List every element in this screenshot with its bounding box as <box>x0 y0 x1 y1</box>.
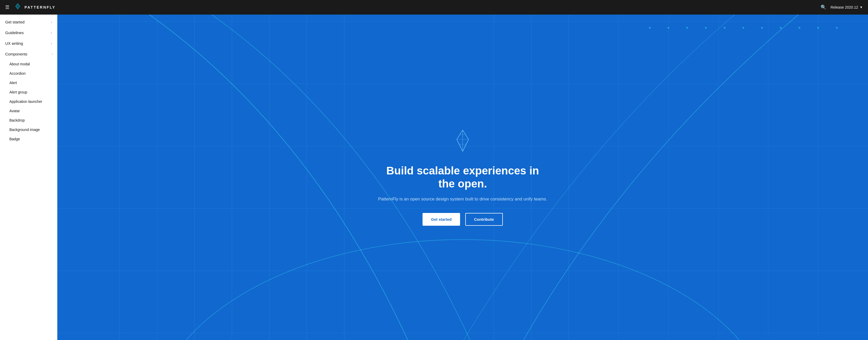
sidebar-item-label: UX writing <box>5 41 23 45</box>
sidebar-item-label: Components <box>5 52 27 56</box>
search-icon[interactable]: 🔍 <box>820 4 826 10</box>
hero-section: Build scalable experiences in the open. … <box>57 14 868 340</box>
svg-point-49 <box>798 27 800 29</box>
patternfly-logo-icon <box>13 3 22 11</box>
chevron-down-icon: ▼ <box>860 5 863 9</box>
sidebar-sub-item-accordion[interactable]: Accordion <box>0 69 57 78</box>
components-sub-items: About modal Accordion Alert Alert group … <box>0 59 57 144</box>
sidebar-sub-item-background-image[interactable]: Background image <box>0 125 57 134</box>
sidebar-sub-item-avatar[interactable]: Avatar <box>0 106 57 115</box>
svg-point-45 <box>723 27 725 29</box>
sidebar-sub-item-backdrop[interactable]: Backdrop <box>0 115 57 125</box>
svg-line-65 <box>460 130 463 135</box>
hero-logo <box>377 129 549 156</box>
svg-line-67 <box>460 144 463 151</box>
hero-title: Build scalable experiences in the open. <box>377 164 549 191</box>
svg-point-29 <box>151 239 774 340</box>
layout: Get started › Guidelines › UX writing › … <box>0 0 868 340</box>
sidebar-sub-item-application-launcher[interactable]: Application launcher <box>0 97 57 106</box>
svg-line-55 <box>457 139 463 151</box>
svg-line-63 <box>457 139 460 144</box>
hamburger-icon[interactable]: ☰ <box>5 4 9 10</box>
topnav: ☰ PATTERNFLY 🔍 Release 2020.12 ▼ <box>0 0 868 14</box>
chevron-right-icon: › <box>51 31 52 35</box>
get-started-button[interactable]: Get started <box>423 213 460 226</box>
svg-point-43 <box>686 27 688 29</box>
chevron-right-icon: › <box>51 42 52 45</box>
topnav-right: 🔍 Release 2020.12 ▼ <box>820 4 863 10</box>
svg-line-68 <box>463 144 466 151</box>
sidebar-sub-item-alert-group[interactable]: Alert group <box>0 88 57 97</box>
sidebar-sub-item-alert[interactable]: Alert <box>0 78 57 88</box>
svg-point-46 <box>742 27 744 29</box>
svg-line-56 <box>463 139 469 151</box>
sidebar-item-ux-writing[interactable]: UX writing › <box>0 38 57 49</box>
chevron-right-icon: › <box>51 20 52 24</box>
svg-line-62 <box>466 135 469 139</box>
hero-subtitle: PatternFly is an open source design syst… <box>377 196 549 203</box>
sidebar-item-label: Guidelines <box>5 30 24 35</box>
release-selector[interactable]: Release 2020.12 ▼ <box>831 5 863 9</box>
sidebar-sub-item-badge[interactable]: Badge <box>0 134 57 144</box>
svg-line-66 <box>463 130 466 135</box>
main-content: Build scalable experiences in the open. … <box>57 14 868 340</box>
svg-point-50 <box>817 27 819 29</box>
logo-text: PATTERNFLY <box>25 5 56 9</box>
svg-point-51 <box>836 27 838 29</box>
sidebar-sub-item-about-modal[interactable]: About modal <box>0 59 57 69</box>
svg-line-61 <box>457 135 460 139</box>
sidebar-item-guidelines[interactable]: Guidelines › <box>0 27 57 38</box>
svg-point-42 <box>668 27 670 29</box>
release-label: Release 2020.12 <box>831 5 858 9</box>
svg-point-41 <box>649 27 651 29</box>
hero-buttons: Get started Contribute <box>377 213 549 226</box>
logo[interactable]: PATTERNFLY <box>13 3 56 11</box>
hero-content: Build scalable experiences in the open. … <box>371 118 554 236</box>
sidebar: Get started › Guidelines › UX writing › … <box>0 14 57 340</box>
sidebar-item-get-started[interactable]: Get started › <box>0 16 57 27</box>
svg-point-44 <box>705 27 707 29</box>
svg-point-48 <box>780 27 781 29</box>
contribute-button[interactable]: Contribute <box>465 213 503 226</box>
svg-point-47 <box>761 27 763 29</box>
svg-line-64 <box>466 139 469 144</box>
chevron-down-icon: ˅ <box>49 54 53 55</box>
sidebar-item-components[interactable]: Components ˅ <box>0 49 57 59</box>
sidebar-item-label: Get started <box>5 20 25 24</box>
